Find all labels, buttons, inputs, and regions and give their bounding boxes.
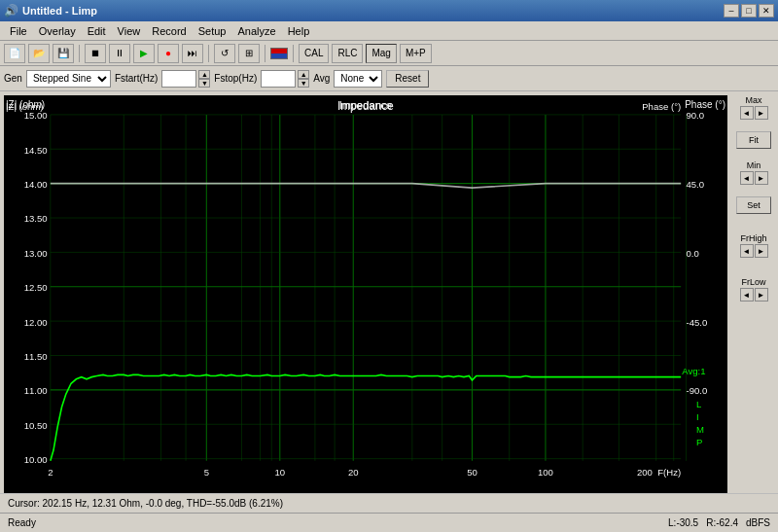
pause-button[interactable]: ⏸ (109, 44, 130, 63)
play-button[interactable]: ▶ (133, 44, 155, 63)
frlow-up[interactable]: ► (755, 288, 768, 301)
svg-text:L: L (696, 398, 702, 408)
max-section: Max ◄ ► (731, 95, 776, 120)
mag-button[interactable]: Mag (366, 44, 396, 63)
svg-text:|Z| (ohm): |Z| (ohm) (6, 101, 43, 112)
min-label: Min (747, 160, 761, 170)
gen-type-select[interactable]: Stepped Sine Sine MLS (26, 70, 111, 88)
rlc-button[interactable]: RLC (332, 44, 363, 63)
maximize-button[interactable]: □ (741, 4, 757, 18)
min-up[interactable]: ► (755, 171, 768, 185)
cal-button[interactable]: CAL (299, 44, 329, 63)
svg-text:F(Hz): F(Hz) (657, 467, 681, 478)
new-button[interactable]: 📄 (4, 44, 25, 63)
chart-container: Impedance |Z| (ohm) Phase (°) (4, 95, 727, 493)
fstart-input[interactable]: 2 (161, 70, 196, 88)
mp-button[interactable]: M+P (400, 44, 432, 63)
menu-item-edit[interactable]: Edit (82, 23, 112, 39)
flag-red (270, 48, 288, 59)
min-down[interactable]: ◄ (740, 171, 754, 185)
toolbar: 📄 📂 💾 ⏹ ⏸ ▶ ● ⏭ ↺ ⊞ CAL RLC Mag M+P (0, 41, 778, 66)
cursor-bar: Cursor: 202.15 Hz, 12.31 Ohm, -0.0 deg, … (0, 493, 778, 513)
window-controls: – □ ✕ (724, 4, 774, 18)
svg-text:100: 100 (538, 467, 554, 478)
loop-button[interactable]: ↺ (214, 44, 235, 63)
close-button[interactable]: ✕ (759, 4, 774, 18)
min-spinner: ◄ ► (740, 171, 768, 185)
avg-label: Avg (313, 73, 330, 84)
fstart-down[interactable]: ▼ (198, 79, 210, 88)
open-button[interactable]: 📂 (28, 44, 50, 63)
svg-text:Phase (°): Phase (°) (642, 101, 681, 112)
frlow-section: FrLow ◄ ► (731, 277, 776, 301)
max-up[interactable]: ► (755, 106, 768, 120)
max-label: Max (745, 95, 761, 105)
fit-button[interactable]: Fit (736, 131, 771, 149)
svg-text:14.00: 14.00 (24, 179, 48, 190)
fstart-group: 2 ▲ ▼ (161, 70, 210, 88)
frlow-label: FrLow (741, 277, 765, 287)
fstop-up[interactable]: ▲ (298, 70, 309, 79)
fstop-label: Fstop(Hz) (214, 73, 257, 84)
level-indicators: L:-30.5 R:-62.4 dBFS (668, 517, 770, 528)
svg-text:2: 2 (48, 467, 53, 478)
separator-4 (293, 45, 294, 62)
fstop-input[interactable]: 200 (261, 70, 296, 88)
main-area: Impedance |Z| (ohm) Phase (°) (0, 91, 778, 493)
min-section: Min ◄ ► (731, 160, 776, 185)
frhigh-down[interactable]: ◄ (740, 244, 754, 258)
title-bar-left: 🔊 Untitled - Limp (4, 4, 97, 18)
fstart-up[interactable]: ▲ (198, 70, 210, 79)
step-button[interactable]: ⏭ (182, 44, 203, 63)
frhigh-label: FrHigh (740, 233, 766, 243)
right-panel: Max ◄ ► Fit Min ◄ ► Set FrHigh ◄ (729, 91, 778, 493)
svg-text:P: P (696, 437, 702, 447)
menu-item-overlay[interactable]: Overlay (33, 23, 82, 39)
svg-text:0.0: 0.0 (686, 248, 699, 259)
save-button[interactable]: 💾 (53, 44, 74, 63)
menu-item-record[interactable]: Record (146, 23, 192, 39)
svg-text:12.00: 12.00 (24, 316, 48, 327)
generator-row: Gen Stepped Sine Sine MLS Fstart(Hz) 2 ▲… (0, 66, 778, 91)
frhigh-up[interactable]: ► (755, 244, 768, 258)
menu-bar: FileOverlayEditViewRecordSetupAnalyzeHel… (0, 21, 778, 41)
grid-button[interactable]: ⊞ (238, 44, 260, 63)
svg-text:M: M (696, 424, 704, 435)
max-down[interactable]: ◄ (740, 106, 754, 120)
svg-text:Avg:1: Avg:1 (682, 366, 705, 376)
fstop-down[interactable]: ▼ (298, 79, 309, 88)
gen-label: Gen (4, 73, 22, 84)
menu-item-analyze[interactable]: Analyze (231, 23, 281, 39)
fstart-label: Fstart(Hz) (115, 73, 158, 84)
level-unit: dBFS (746, 517, 770, 528)
title-bar: 🔊 Untitled - Limp – □ ✕ (0, 0, 778, 21)
minimize-button[interactable]: – (724, 4, 739, 18)
svg-text:5: 5 (204, 467, 210, 478)
svg-text:I: I (696, 411, 699, 422)
separator-3 (265, 45, 265, 62)
frhigh-spinner: ◄ ► (740, 244, 768, 258)
menu-item-file[interactable]: File (4, 23, 33, 39)
svg-text:200: 200 (637, 467, 654, 478)
svg-text:10.00: 10.00 (24, 454, 48, 465)
status-bar: Ready L:-30.5 R:-62.4 dBFS (0, 513, 778, 532)
chart-svg: 15.00 14.50 14.00 13.50 13.00 12.50 12.0… (4, 95, 727, 493)
menu-item-help[interactable]: Help (282, 23, 316, 39)
svg-text:90.0: 90.0 (686, 110, 704, 121)
chart-canvas: Impedance |Z| (ohm) Phase (°) (4, 95, 727, 493)
svg-text:20: 20 (348, 467, 359, 478)
avg-select[interactable]: None 2 4 8 (334, 70, 382, 88)
title-text: Untitled - Limp (22, 5, 97, 17)
level-left: L:-30.5 (668, 517, 698, 528)
menu-item-setup[interactable]: Setup (193, 23, 232, 39)
stop-button[interactable]: ⏹ (85, 44, 106, 63)
frlow-down[interactable]: ◄ (740, 288, 754, 301)
fstop-spinner: ▲ ▼ (298, 70, 309, 88)
svg-text:13.50: 13.50 (24, 213, 48, 224)
svg-text:10.50: 10.50 (24, 420, 48, 431)
svg-text:-90.0: -90.0 (686, 385, 707, 396)
reset-button[interactable]: Reset (386, 70, 429, 88)
set-button[interactable]: Set (736, 196, 771, 214)
record-button[interactable]: ● (158, 44, 179, 63)
menu-item-view[interactable]: View (112, 23, 147, 39)
